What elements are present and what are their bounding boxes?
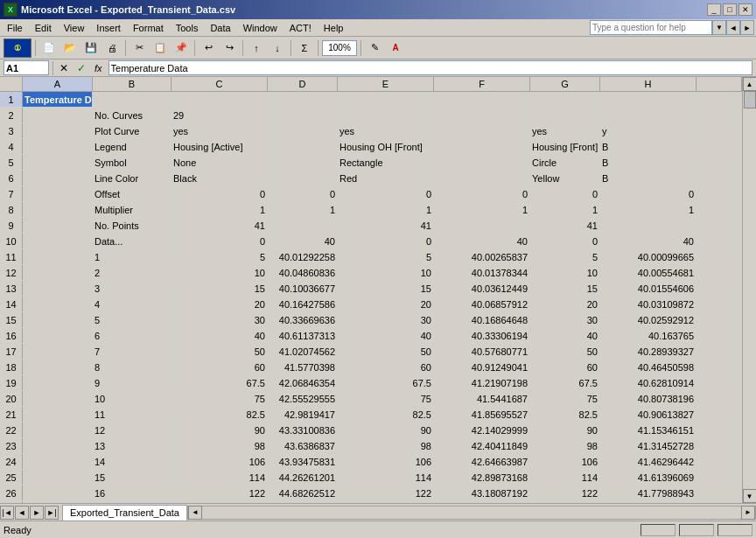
cell-a6[interactable] (23, 171, 93, 185)
cell-g10[interactable]: 0 (530, 234, 600, 248)
cell[interactable]: 40.02592912 (600, 312, 696, 327)
cell[interactable]: 40.01378344 (434, 265, 530, 280)
cell[interactable]: 90 (530, 423, 600, 437)
cell-d9[interactable] (268, 218, 338, 233)
cell-e8[interactable]: 1 (338, 202, 434, 217)
cell[interactable]: 42.14029999 (434, 423, 530, 437)
formula-icon-fx[interactable]: fx (92, 63, 105, 73)
row-header[interactable]: 13 (0, 281, 23, 296)
cell-e2[interactable] (338, 108, 434, 122)
cell-h2[interactable] (600, 108, 696, 122)
cell-c7[interactable]: 0 (172, 186, 268, 201)
cell[interactable]: 8 (93, 360, 172, 374)
cell-c5[interactable]: None (172, 155, 268, 170)
vertical-scrollbar[interactable]: ▲ ▼ (742, 77, 756, 503)
cell[interactable]: 122 (172, 486, 268, 500)
cell[interactable]: 43.33100836 (268, 423, 338, 437)
row-header[interactable]: 17 (0, 344, 23, 359)
cell-b8[interactable]: Multiplier (93, 202, 172, 217)
cell[interactable]: 75 (530, 391, 600, 406)
cell-f3[interactable] (434, 123, 530, 138)
cell[interactable]: 60 (338, 360, 434, 374)
cell[interactable]: 41.31452728 (600, 438, 696, 453)
cell[interactable]: 106 (338, 454, 434, 469)
col-header-h[interactable]: H (600, 77, 696, 92)
cell-g3[interactable]: yes (530, 123, 600, 138)
cell-b1[interactable] (93, 92, 172, 107)
cell[interactable]: 42.64663987 (434, 454, 530, 469)
row-header[interactable]: 8 (0, 202, 23, 217)
cell-e7[interactable]: 0 (338, 186, 434, 201)
scroll-left-button[interactable]: ◄ (188, 506, 202, 520)
cell-g4[interactable]: Housing [Front] (530, 139, 600, 154)
cell[interactable]: 12 (93, 423, 172, 437)
cell[interactable]: 16 (93, 486, 172, 500)
sheet-nav-first[interactable]: |◄ (0, 506, 14, 520)
cell-c6[interactable]: Black (172, 171, 268, 185)
cell-g5[interactable]: Circle (530, 155, 600, 170)
print-button[interactable]: 🖨 (102, 38, 122, 58)
cell-a2[interactable] (23, 108, 93, 122)
cell[interactable]: 42.89873168 (434, 470, 530, 485)
cell-reference[interactable] (4, 60, 49, 75)
cell[interactable]: 90 (338, 423, 434, 437)
cell-h5[interactable]: B (600, 155, 696, 170)
cell[interactable]: 6 (93, 328, 172, 343)
cell[interactable]: 41.77988943 (600, 486, 696, 500)
help-dropdown-arrow[interactable]: ▼ (712, 20, 726, 35)
maximize-button[interactable]: □ (723, 3, 737, 16)
cell[interactable]: 9 (93, 375, 172, 390)
cell[interactable]: 40.00099665 (600, 249, 696, 264)
row-header[interactable]: 26 (0, 486, 23, 500)
cell[interactable]: 40.00265837 (434, 249, 530, 264)
menu-data[interactable]: Data (205, 22, 235, 34)
cell[interactable] (23, 407, 93, 422)
cell-a8[interactable] (23, 202, 93, 217)
cell-b3[interactable]: Plot Curve (93, 123, 172, 138)
cell[interactable]: 40.28939327 (600, 344, 696, 359)
cell[interactable] (23, 423, 93, 437)
sheet-tab-active[interactable]: Exported_Transient_Data (62, 505, 187, 521)
row-header[interactable]: 12 (0, 265, 23, 280)
cell[interactable]: 41.21907198 (434, 375, 530, 390)
row-header[interactable]: 4 (0, 139, 23, 154)
row-header[interactable]: 23 (0, 438, 23, 453)
cell[interactable]: 82.5 (172, 407, 268, 422)
menu-tools[interactable]: Tools (171, 22, 204, 34)
cell[interactable]: 1 (93, 249, 172, 264)
autosum-button[interactable]: Σ (295, 38, 314, 58)
cell[interactable]: 41.5770398 (268, 360, 338, 374)
formula-icon-confirm[interactable]: ✓ (74, 62, 88, 74)
cell[interactable]: 82.5 (338, 407, 434, 422)
cell[interactable]: 40.00554681 (600, 265, 696, 280)
cell[interactable] (23, 454, 93, 469)
cell-g1[interactable] (530, 92, 600, 107)
cell[interactable] (23, 438, 93, 453)
close-button[interactable]: ✕ (738, 3, 752, 16)
cell[interactable]: 40.04860836 (268, 265, 338, 280)
cell[interactable]: 42.40411849 (434, 438, 530, 453)
cell[interactable] (23, 328, 93, 343)
cell-d4[interactable] (268, 139, 338, 154)
menu-format[interactable]: Format (128, 22, 169, 34)
formula-input[interactable] (108, 60, 752, 75)
cell-d5[interactable] (268, 155, 338, 170)
cell[interactable]: 20 (338, 297, 434, 311)
open-button[interactable]: 📂 (60, 38, 80, 58)
cell[interactable]: 106 (530, 454, 600, 469)
row-header[interactable]: 6 (0, 171, 23, 185)
cell[interactable]: 98 (172, 438, 268, 453)
paste-button[interactable]: 📌 (172, 38, 191, 58)
menu-help[interactable]: Help (318, 22, 349, 34)
cell[interactable]: 41.61396069 (600, 470, 696, 485)
redo-button[interactable]: ↪ (220, 38, 239, 58)
cell-c1[interactable] (172, 92, 268, 107)
help-back-button[interactable]: ◄ (726, 20, 740, 35)
cell-f4[interactable] (434, 139, 530, 154)
sort-asc-button[interactable]: ↑ (247, 38, 266, 58)
help-forward-button[interactable]: ► (740, 20, 754, 35)
cell[interactable]: 43.6386837 (268, 438, 338, 453)
cell[interactable]: 122 (338, 486, 434, 500)
cell-c3[interactable]: yes (172, 123, 268, 138)
formula-icon-cancel[interactable]: ✕ (57, 62, 71, 74)
